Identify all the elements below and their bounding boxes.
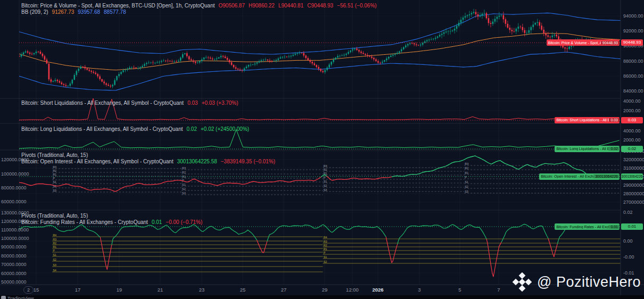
legend-token: Bitcoin: Price & Volume - Spot, All Exch… [21, 3, 215, 9]
svg-text:S3: S3 [53, 263, 56, 267]
legend-token: 0.01 [152, 219, 162, 225]
svg-text:P: P [465, 176, 467, 179]
legend-token: 0.03 [187, 100, 197, 106]
right-axis-tick: 32000000000 [623, 157, 644, 162]
legend-token: L90440.81 [278, 3, 303, 9]
legend-token: BB (209, 2) [21, 9, 48, 15]
legend-token: H90860.22 [249, 3, 275, 9]
pane-0-legend-row[interactable]: BB (209, 2)91267.7393957.6888577.78 [21, 9, 126, 15]
time-axis-tick[interactable]: 3 [409, 287, 430, 293]
right-axis-tick: 86000.00 [623, 73, 643, 79]
right-axis-tick: 92000.00 [623, 28, 643, 34]
left-axis-tick: 60000.0000 [1, 199, 27, 204]
axis-price-box[interactable]: 90448.93 [621, 39, 643, 46]
svg-text:R4: R4 [53, 234, 56, 237]
legend-token: Bitcoin: Long Liquidations - All Exchang… [21, 126, 183, 132]
svg-text:S1: S1 [324, 180, 327, 183]
time-axis-badge[interactable]: 2 [23, 286, 34, 294]
time-axis-tick[interactable]: 7 [488, 287, 509, 293]
legend-token: +0.02 (+24500.00%) [201, 126, 249, 132]
time-axis-tick[interactable]: 5 [449, 287, 470, 293]
legend-token: Pivots (Traditional, Auto, 15) [21, 213, 88, 219]
svg-text:S2: S2 [324, 184, 327, 187]
series-tag-value: 30013064226 [593, 175, 620, 178]
pane-3-legend-row[interactable]: Bitcoin: Open Interest - All Exchanges, … [21, 159, 275, 164]
svg-text:S2: S2 [324, 260, 327, 263]
time-axis-tick[interactable]: 25 [232, 287, 253, 293]
series-tag[interactable]: Bitcoin: Price & Volume - Spot, All E…90… [547, 39, 620, 46]
series-tag[interactable]: Bitcoin: Long Liquidations - All Exch…0.… [555, 146, 620, 152]
axis-price-box[interactable]: 0.01 [621, 223, 643, 230]
svg-text:P: P [324, 251, 326, 254]
tradingview-logo-icon [1, 296, 6, 299]
time-axis-tick[interactable]: 19 [109, 287, 130, 293]
right-axis-tick: 29000000000 [623, 182, 644, 188]
pane-3-legend-row[interactable]: Pivots (Traditional, Auto, 15) [21, 152, 88, 158]
time-axis-tick[interactable]: 27 [273, 287, 294, 293]
axis-price-box[interactable]: 30013064226 [621, 173, 643, 180]
left-axis-tick: 100000.0000 [1, 236, 29, 241]
svg-text:R1: R1 [53, 245, 56, 248]
pane-2-legend-row[interactable]: Bitcoin: Long Liquidations - All Exchang… [21, 126, 249, 132]
svg-text:P: P [53, 177, 55, 180]
svg-text:P: P [53, 249, 55, 252]
pane-4-legend-row[interactable]: Pivots (Traditional, Auto, 15) [21, 213, 88, 219]
right-axis-tick: 2000.00 [623, 137, 641, 143]
svg-text:R2: R2 [324, 168, 327, 171]
bottom-bar: TradingView [0, 295, 644, 299]
legend-token: 30013064225.58 [177, 159, 217, 164]
svg-text:S2: S2 [182, 187, 186, 190]
svg-text:S2: S2 [53, 258, 56, 261]
right-axis-tick: 0.02 [623, 210, 633, 215]
time-axis-tick[interactable]: 12:00 [342, 287, 363, 293]
series-tag-title: Bitcoin: Long Liquidations - All Exch… [555, 147, 609, 151]
right-axis-tick: 4000.00 [623, 98, 641, 104]
legend-token: Bitcoin: Short Liquidations - All Exchan… [21, 100, 184, 106]
legend-token: 88577.78 [104, 9, 126, 15]
svg-text:R2: R2 [53, 242, 56, 245]
series-tag-value: 0.02 [609, 147, 620, 151]
series-tag[interactable]: Bitcoin: Funding Rates - All Exchanges0.… [555, 223, 620, 230]
left-axis-tick: 50000.0000 [1, 279, 27, 285]
svg-text:S1: S1 [53, 253, 56, 256]
svg-text:R3: R3 [182, 167, 186, 170]
left-axis-tick: 80000.0000 [1, 185, 27, 190]
pane-0-legend-row[interactable]: Bitcoin: Price & Volume - Spot, All Exch… [21, 3, 377, 9]
right-axis-tick: 88000.00 [623, 59, 643, 64]
svg-text:S3: S3 [182, 192, 186, 195]
right-axis-tick: 4000.00 [623, 128, 641, 134]
time-axis-tick[interactable]: 29 [314, 287, 335, 293]
time-axis-tick[interactable]: 21 [150, 287, 171, 293]
legend-token: +0.03 (+3.70%) [202, 100, 238, 106]
axis-price-box[interactable]: 0.03 [621, 117, 643, 123]
time-axis-tick[interactable]: 2026 [367, 287, 389, 293]
svg-text:R3: R3 [53, 238, 56, 241]
time-axis-tick[interactable]: 17 [67, 287, 88, 293]
legend-token: Pivots (Traditional, Auto, 15) [21, 152, 88, 158]
left-axis-tick: 70000.0000 [1, 262, 27, 267]
series-tag-value: 90448.93 [601, 41, 620, 45]
svg-text:R2: R2 [182, 171, 186, 174]
svg-text:R3: R3 [465, 162, 468, 165]
legend-token: Bitcoin: Open Interest - All Exchanges, … [21, 159, 174, 164]
pane-1-legend-row[interactable]: Bitcoin: Short Liquidations - All Exchan… [21, 100, 238, 106]
legend-token: O90506.87 [219, 3, 245, 9]
time-axis-tick[interactable]: 23 [191, 287, 212, 293]
svg-text:R3: R3 [324, 164, 327, 168]
series-tag[interactable]: Bitcoin: Open Interest - All Exchange…30… [539, 173, 620, 180]
series-tag[interactable]: Bitcoin: Short Liquidations - All Exc…0.… [555, 117, 620, 123]
tradingview-brand[interactable]: TradingView [7, 296, 34, 299]
right-axis-tick: 84000.00 [623, 88, 643, 94]
right-axis-tick: -0.00 [623, 254, 634, 260]
legend-token: 0.02 [187, 126, 197, 132]
trading-chart-window: R3R2R1PS1S2S3R3R2R1PS1S2S3R3R2R1PS1S2S3R… [0, 0, 644, 299]
series-tag-title: Bitcoin: Short Liquidations - All Exc… [555, 118, 609, 122]
svg-text:R1: R1 [53, 173, 56, 176]
svg-text:S2: S2 [465, 185, 468, 188]
legend-token: 91267.73 [52, 9, 75, 15]
left-axis-tick: 100000.0000 [1, 171, 29, 177]
axis-price-box[interactable]: 0.02 [621, 146, 643, 152]
svg-text:R1: R1 [465, 171, 468, 175]
pane-4-legend-row[interactable]: Bitcoin: Funding Rates - All Exchanges -… [21, 219, 202, 225]
svg-text:S4: S4 [53, 269, 56, 272]
